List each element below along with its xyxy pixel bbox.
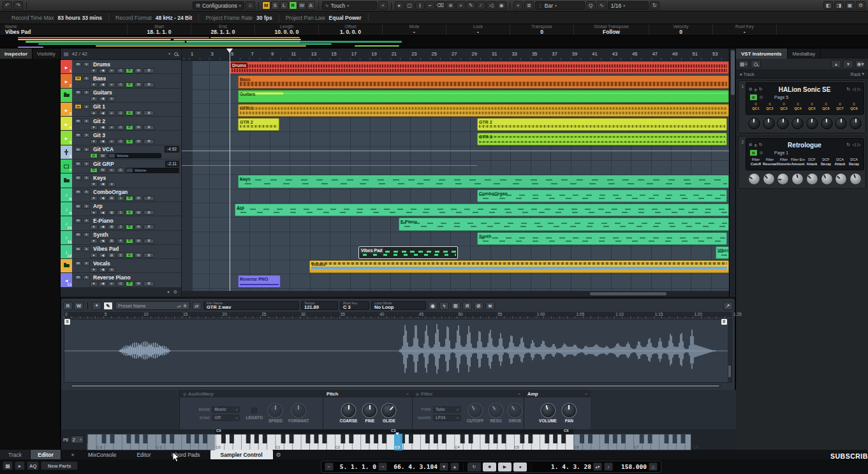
quick-control-1[interactable]: 0QC1 [749,101,763,112]
mute-button[interactable]: m [75,133,82,138]
freeze-button[interactable]: ⊙ [117,68,124,73]
move-down-icon[interactable]: ▾ [843,60,853,68]
read-button[interactable]: R [126,239,133,244]
range-tool[interactable]: ▢ [405,1,415,10]
event-keys[interactable]: Keys [238,175,729,188]
record-arm-button[interactable]: ● [90,182,98,187]
qc-knob-2[interactable] [763,117,775,130]
right-locator-value[interactable]: 66. 4. 3.104 [389,463,438,470]
drive-knob[interactable] [508,404,522,417]
instrument-bypass-icon[interactable]: ⊘ [749,142,753,147]
monitor-button[interactable]: ◀ [99,68,107,73]
quick-control-7[interactable]: 0QC7 [833,101,847,112]
edit-channel-button[interactable]: e [108,139,115,144]
preset-name-field[interactable]: Preset Name ▴▾ ◉ [115,301,190,310]
qc-knob-2[interactable] [763,173,775,185]
instrument-slot[interactable]: 2 [117,210,124,215]
qc-knob-8[interactable] [850,173,862,185]
right-locator-icon[interactable]: ¬ [378,463,387,471]
gear-icon[interactable]: ⚙ [173,290,177,295]
monitor-button[interactable]: ◀ [99,196,107,201]
freeze-button[interactable]: ⊙ [117,281,124,286]
right-zone-button[interactable]: ▣ [845,1,855,10]
volume-fader[interactable]: Volume [108,153,161,158]
write-button[interactable]: W [135,82,142,87]
freeze-button[interactable]: ⊙ [117,125,124,130]
instrument-slot[interactable]: 1 [117,196,124,201]
edit-channel-button[interactable]: e [108,125,115,130]
record-arm-button[interactable]: ● [90,96,98,101]
shape-dropdown[interactable]: LP24▾ [433,415,461,421]
folder-icon[interactable]: ▱ [192,302,202,310]
redo-button[interactable]: ↷ [13,1,23,10]
left-zone-tab-editor[interactable]: Editor [31,450,61,459]
instrument-edit-icon[interactable]: e [754,87,757,92]
lower-zone-tab-sampler-control[interactable]: Sampler Control [210,450,273,459]
mute-button[interactable]: m [75,261,82,266]
solo-button[interactable]: s [83,261,90,266]
track-row-synth[interactable]: 11msSynth●◀⊞4RW≣ [61,231,181,245]
quick-control-5[interactable]: DCFAttack [805,157,819,168]
nudge-buttons[interactable]: ▴▾ [593,463,602,471]
record-arm-button[interactable]: ● [90,139,98,144]
solo-button[interactable]: s [83,161,90,167]
rack-item-halion-sonic-se[interactable]: 1⊘e↻HALion Sonic SE↻◁▷RPage 50QC10QC20QC… [738,80,866,133]
write-indicator[interactable] [759,151,763,155]
write-button[interactable]: W [99,168,107,173]
qc-knob-6[interactable] [821,117,833,130]
quick-control-4[interactable]: Filter EnvAmount [791,157,805,168]
track-row-git-grp[interactable]: 7msGit GRP-2.11RWe⊙Volume [61,159,181,174]
instrument-slot[interactable]: 5 [117,253,124,258]
inspector-tab-visibility[interactable]: Visibility [33,48,61,59]
monitor-button[interactable]: ◀ [99,239,107,244]
power-icon[interactable]: ⊙ [183,392,186,396]
read-button[interactable]: R [90,168,98,173]
mute-button[interactable]: m [75,76,82,81]
quick-control-3[interactable]: 0QC3 [777,101,791,112]
automation-s-button[interactable]: S [271,1,279,10]
info-column-name[interactable]: NameVibes Pad [0,24,128,35]
move-up-icon[interactable]: ▴ [831,60,841,68]
solo-button[interactable]: s [83,175,90,181]
solo-button[interactable]: s [83,76,90,81]
monitor-button[interactable]: ◀ [99,281,107,286]
quick-control-8[interactable]: 0QC8 [847,101,861,112]
rack-item-retrologue[interactable]: 2⊘e↻Retrologue↻◁▷RPage 1FilterCutoffFilt… [738,136,866,189]
freeze-button[interactable]: ⊙ [117,168,124,173]
vertical-scrollbar[interactable] [729,48,735,297]
sample-start-marker[interactable]: S [64,319,70,325]
read-button[interactable]: R [750,94,757,100]
write-button[interactable]: W [135,139,142,144]
event-gtr-3[interactable]: GTR 3 [477,133,727,145]
info-column-start[interactable]: Start18. 1. 1. 0 [128,24,191,35]
playback-tool-icon[interactable]: ✎ [103,302,113,310]
range-start-marker[interactable]: C0 [216,429,221,433]
track-row-drums[interactable]: 1msDrums●◀e⊙RW≣ [61,60,181,74]
lower-zone-button[interactable]: ◨ [834,1,844,10]
solo-button[interactable]: s [83,119,90,124]
qc-knob-6[interactable] [821,173,833,185]
type-dropdown[interactable]: Tube▾ [433,406,461,413]
lower-zone-tab-chord-pads[interactable]: Chord Pads [161,450,210,459]
automation-m-button[interactable]: M [262,1,270,10]
track-row-git-vca[interactable]: 6msGit VCA-4.92RWVolume [61,145,181,159]
read-button[interactable]: R [126,82,133,87]
instrument-slot[interactable]: 4 [117,239,124,244]
formant-knob[interactable] [292,404,305,417]
preset-prev-icon[interactable]: ◁ [852,142,855,147]
automation-w-button[interactable]: W [298,1,306,10]
preset-reload-icon[interactable]: ↻ [846,142,850,147]
preset-reload-icon[interactable]: ↻ [846,87,850,92]
fixed-pitch-icon[interactable]: ⊞ [451,302,460,310]
punch-out-icon[interactable]: ▲ [450,463,459,471]
info-column-length[interactable]: Length10. 0. 0. 0 [255,24,319,35]
monitor-button[interactable]: ◀ [99,82,107,87]
quick-control-8[interactable]: DCADecay [847,157,861,168]
open-in-window-icon[interactable]: ↗ [723,302,733,310]
quick-control-7[interactable]: DCAAttack [833,157,847,168]
monitor-button[interactable]: ◀ [99,125,107,130]
preset-prev-icon[interactable]: ◁ [852,87,855,92]
step-input-icon[interactable]: ▸ [15,461,25,470]
read-button[interactable]: R [126,281,133,286]
qc-knob-5[interactable] [806,117,818,130]
